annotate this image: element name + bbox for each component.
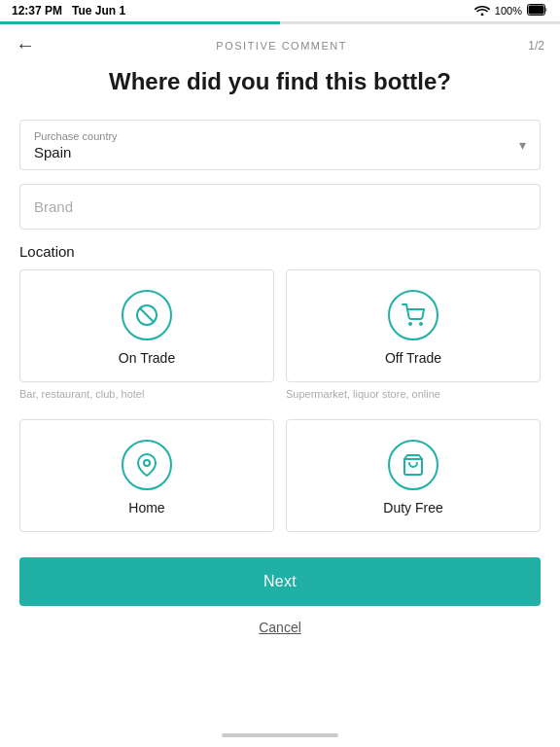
location-grid-bottom: Home Duty Free <box>19 419 541 532</box>
location-card-off-trade[interactable]: Off Trade <box>286 269 541 382</box>
cancel-button[interactable]: Cancel <box>19 620 541 635</box>
on-trade-label: On Trade <box>119 350 175 366</box>
page-title: Where did you find this bottle? <box>19 66 541 96</box>
next-button[interactable]: Next <box>19 557 541 606</box>
off-trade-hint: Supermarket, liquor store, online <box>286 388 541 400</box>
purchase-country-value: Spain <box>34 144 71 160</box>
off-trade-label: Off Trade <box>385 350 441 366</box>
svg-rect-1 <box>529 6 544 15</box>
location-label: Location <box>19 243 541 260</box>
battery-indicator: 100% <box>495 5 522 17</box>
svg-point-6 <box>144 460 150 466</box>
dropdown-arrow-icon: ▾ <box>519 137 526 153</box>
svg-point-4 <box>409 323 411 325</box>
location-card-on-trade[interactable]: On Trade <box>19 269 274 382</box>
brand-placeholder: Brand <box>34 198 73 215</box>
main-content: Where did you find this bottle? Purchase… <box>0 66 560 635</box>
brand-field[interactable]: Brand <box>19 184 541 230</box>
header-title: POSITIVE COMMENT <box>216 40 347 52</box>
purchase-country-field[interactable]: Purchase country Spain ▾ <box>19 120 541 170</box>
status-right: 100% <box>474 2 548 19</box>
location-card-duty-free[interactable]: Duty Free <box>286 419 541 532</box>
duty-free-icon-circle <box>388 440 438 490</box>
location-card-home[interactable]: Home <box>19 419 274 532</box>
header-nav: ← POSITIVE COMMENT 1/2 <box>0 24 560 66</box>
location-section: Location On Trade <box>19 243 541 532</box>
status-bar: 12:37 PM Tue Jun 1 100% <box>0 0 560 21</box>
svg-line-3 <box>140 308 154 322</box>
location-grid-top: On Trade Off Trade <box>19 269 541 382</box>
wifi-icon <box>474 2 490 19</box>
on-trade-hint: Bar, restaurant, club, hotel <box>19 388 274 400</box>
home-label: Home <box>128 500 164 516</box>
svg-point-5 <box>420 323 422 325</box>
on-trade-icon-circle <box>122 290 172 340</box>
purchase-country-label: Purchase country <box>34 130 526 142</box>
home-indicator <box>222 733 338 737</box>
status-time: 12:37 PM Tue Jun 1 <box>12 4 125 18</box>
step-indicator: 1/2 <box>528 39 544 53</box>
battery-icon <box>527 2 548 19</box>
home-icon-circle <box>122 440 172 490</box>
back-button[interactable]: ← <box>16 34 35 56</box>
off-trade-icon-circle <box>388 290 438 340</box>
duty-free-label: Duty Free <box>383 500 442 516</box>
location-hints-top: Bar, restaurant, club, hotel Supermarket… <box>19 388 541 409</box>
